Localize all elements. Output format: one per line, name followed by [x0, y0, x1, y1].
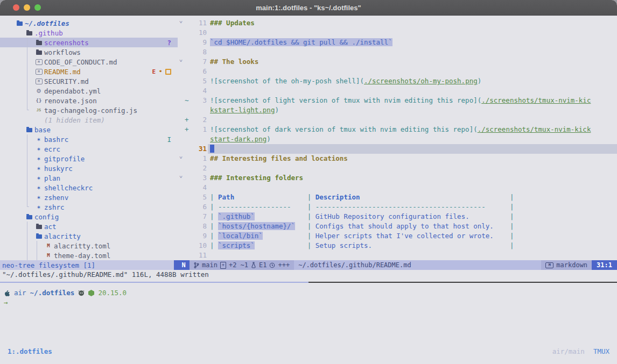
tree-item-dotfiles[interactable]: ~/.dotfiles	[0, 18, 178, 28]
line-number: 2	[186, 164, 207, 172]
tree-item-label: dependabot.yml	[44, 87, 101, 95]
tree-item-label: bashrc	[44, 135, 68, 144]
tree-item-label: act	[44, 223, 57, 231]
md-code-segment: `hosts/{hostname}/`	[218, 222, 295, 230]
tmux-session-name: air/main	[552, 347, 585, 355]
node-version: 20.15.0	[98, 289, 127, 297]
editor-line[interactable]: 5| Path | Description |	[178, 192, 617, 202]
tmux-window-label[interactable]: 1:.dotfiles	[8, 347, 52, 355]
editor-line[interactable]: ~3![screenshot of light version of tmux …	[178, 96, 617, 105]
fold-chevron-icon[interactable]: v	[179, 174, 183, 179]
md-pipe-segment: |	[510, 232, 514, 240]
folder-blue-icon	[25, 215, 33, 219]
nvim-area: ~/.dotfiles.githubscreenshots?workflowsM…	[0, 15, 617, 282]
md-pipe-segment: |	[210, 222, 218, 230]
editor-line[interactable]: start-dark.png)	[178, 134, 617, 144]
md-pipe-segment: |	[210, 232, 218, 240]
mode-indicator: N	[178, 260, 190, 270]
md-alt-segment: )	[478, 77, 482, 85]
editor-line[interactable]: 10| `scripts` | Setup scripts. |	[178, 241, 617, 251]
line-number: 6	[186, 67, 207, 75]
close-window-button[interactable]	[13, 4, 19, 11]
md-icon: M	[34, 78, 43, 84]
editor-line[interactable]: 4	[178, 183, 617, 192]
tree-item-label: alacritty.toml	[54, 242, 110, 250]
prompt-cwd: ~/.dotfiles	[30, 289, 75, 297]
shell-pane[interactable]: air ~/.dotfiles 20.15.0 →	[0, 283, 617, 346]
md-desc-segment: Configs that should apply to that host o…	[315, 222, 494, 230]
line-number: 10	[186, 28, 207, 37]
tree-item-label: SECURITY.md	[44, 77, 89, 85]
editor-line[interactable]: 4	[178, 86, 617, 96]
neotree-panel: ~/.dotfiles.githubscreenshots?workflowsM…	[0, 15, 178, 260]
neotree-statusline: neo-tree filesystem [1]	[0, 260, 178, 270]
line-text: kstart-light.png)	[210, 106, 279, 114]
md-pad-segment	[469, 212, 510, 220]
tree-item-badges: E•	[152, 68, 171, 75]
line-number: 8	[186, 222, 207, 230]
md-pad-segment	[255, 241, 307, 249]
minimize-window-button[interactable]	[24, 4, 30, 11]
editor-line[interactable]: 8| `hosts/{hostname}/` | Configs that sh…	[178, 222, 617, 231]
editor-line[interactable]: 5![screenshot of the oh-my-posh shell](.…	[178, 76, 617, 86]
flask-icon	[251, 262, 256, 268]
line-text: | `scripts` | Setup scripts. |	[210, 241, 514, 249]
editor-line[interactable]: +2	[178, 115, 617, 125]
tree-item-label: CODE_OF_CONDUCT.md	[44, 58, 117, 66]
editor-line[interactable]: v11### Updates	[178, 18, 617, 28]
folder-blue-icon	[15, 21, 24, 26]
toml-icon: M	[44, 253, 53, 258]
star-icon: ✶	[34, 137, 43, 142]
fold-chevron-icon[interactable]: v	[179, 19, 183, 24]
line-text: ### Updates	[210, 19, 255, 27]
tree-item-label: config	[34, 213, 59, 221]
editor-line[interactable]: 10	[178, 28, 617, 38]
editor-line[interactable]: 8	[178, 47, 617, 57]
tree-item-1-hidden-item[interactable]: (1 hidden item)	[0, 115, 178, 125]
editor-line[interactable]: 11	[178, 251, 617, 260]
md-alt-segment: )	[275, 106, 279, 114]
tree-item-base[interactable]: base	[0, 125, 178, 134]
editor-line[interactable]: 9`cd $HOME/.dotfiles && git pull && ./in…	[178, 38, 617, 47]
tree-item-config[interactable]: config	[0, 212, 178, 222]
editor-panel: v11### Updates109`cd $HOME/.dotfiles && …	[178, 15, 617, 260]
md-pad-segment	[234, 193, 307, 201]
editor-line[interactable]: v1## Interesting files and locations	[178, 154, 617, 163]
star-icon: ✶	[34, 156, 43, 162]
folder-dark-icon	[34, 50, 43, 55]
fold-chevron-icon[interactable]: v	[179, 58, 183, 62]
github-icon	[78, 290, 85, 296]
line-number: 5	[186, 193, 207, 201]
editor-line[interactable]: 6| ------------------ | ----------------…	[178, 202, 617, 212]
tree-item-label: renovate.json	[44, 97, 97, 105]
tree-item-label: alacritty	[44, 232, 81, 240]
md-pipe-segment: |	[510, 212, 514, 220]
editor-line[interactable]: v7## The looks	[178, 57, 617, 67]
zoom-window-button[interactable]	[34, 4, 41, 11]
editor-line[interactable]: +1![screenshot of dark version of tmux w…	[178, 125, 617, 134]
filetype-segment: M markdown	[541, 260, 592, 270]
editor-line[interactable]: 2	[178, 163, 617, 173]
md-pad-segment	[295, 222, 307, 230]
tree-item-label: ~/.dotfiles	[25, 19, 69, 27]
editor-line[interactable]: kstart-light.png)	[178, 105, 617, 115]
line-text: ![screenshot of the oh-my-posh shell](./…	[210, 77, 481, 85]
terminal-window: main:1:.dotfiles - "ks~/.dotfiles" ~/.do…	[0, 0, 617, 364]
line-number: 9	[186, 232, 207, 240]
tree-item-label: zshenv	[44, 194, 68, 202]
star-icon: ✶	[34, 204, 43, 210]
editor-line[interactable]: 31	[178, 144, 617, 154]
apple-icon	[4, 289, 10, 297]
md-pipe-segment: |	[307, 232, 315, 240]
error-badge: E	[152, 68, 156, 75]
fold-chevron-icon[interactable]: v	[179, 155, 183, 159]
editor-line[interactable]: v3### Interesting folders	[178, 173, 617, 183]
editor-line[interactable]: 7| `.github` | GitHub Repository configu…	[178, 212, 617, 222]
window-controls	[13, 4, 41, 11]
editor-line[interactable]: 9| `local/bin` | Helper scripts that I'v…	[178, 231, 617, 241]
tree-item-github[interactable]: .github	[0, 28, 178, 38]
md-pad-segment	[372, 241, 510, 249]
md-url-segment: ./screenshots/tmux-nvim-kick	[478, 125, 591, 133]
line-text: | `.github` | GitHub Repository configur…	[210, 212, 514, 220]
editor-line[interactable]: 6	[178, 67, 617, 76]
